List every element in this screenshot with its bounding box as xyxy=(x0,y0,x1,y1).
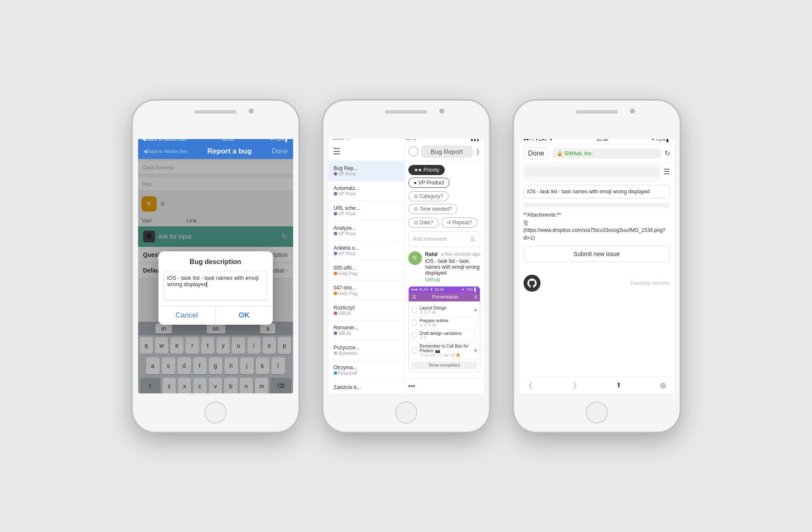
sidebar-item-pozyczce[interactable]: Pożyczce... Sylweste xyxy=(329,340,405,360)
issue-body-line3: (https://www.dropbox.com/s/a75tcu33voog3… xyxy=(524,226,670,242)
comment-list-icon: ☰ xyxy=(470,236,476,242)
task-4-content: Remember to Call Ben for Photos! 📷 ⏱ 15 … xyxy=(420,344,471,357)
priority-tag[interactable]: ★ ★ Priority xyxy=(408,165,445,175)
bug-report-header: Bug Report ❯ xyxy=(405,142,484,162)
activity-item: R Rafał a few seconds ago iOS - task lis… xyxy=(408,251,480,283)
thumb-info-icon: ℹ xyxy=(475,294,477,300)
thumb-header: ☰ Presentation ℹ xyxy=(409,292,480,301)
phone-1-top xyxy=(133,101,298,139)
ok-button[interactable]: OK xyxy=(216,306,273,325)
bottom-dots: ••• xyxy=(405,379,484,393)
done-button[interactable]: Done xyxy=(272,148,288,155)
time-needed-tag[interactable]: ⊙ Time needed? xyxy=(408,204,457,214)
activity-time: a few seconds ago xyxy=(441,251,480,257)
phone3-done-button[interactable]: Done xyxy=(524,148,549,159)
issue-body: **Attachments:** ![] (https://www.dropbo… xyxy=(524,211,670,242)
date-icon: ⊙ xyxy=(414,220,418,226)
date-label: Date? xyxy=(420,220,433,226)
chevron-right-icon: ❯ xyxy=(475,148,480,155)
thumb-status-right: ✦ 72% ▌ xyxy=(461,287,477,292)
phone-1-bottom xyxy=(133,393,298,432)
speaker-2 xyxy=(385,110,427,114)
blurred-url xyxy=(524,166,660,178)
compass-icon[interactable]: ◎ xyxy=(660,381,666,389)
page-title: Report a bug xyxy=(208,147,252,156)
show-completed-button[interactable]: Show completed xyxy=(411,361,477,369)
sidebar-item-url[interactable]: URL sche... VP Prod xyxy=(329,201,405,221)
task-2-circle xyxy=(411,320,417,326)
home-button-2[interactable] xyxy=(395,401,417,423)
sidebar-item-005[interactable]: 005-affil... Help Pag xyxy=(329,261,405,281)
task-4-circle xyxy=(411,348,417,354)
issue-title-field[interactable]: iOS - task list - task names with emoji … xyxy=(524,185,670,198)
issue-title-text: iOS - task list - task names with emoji … xyxy=(527,189,650,195)
priority-label: ★ Priority xyxy=(418,167,440,173)
hamburger-icon[interactable]: ☰ xyxy=(663,167,670,176)
comment-box[interactable]: Add comment ☰ xyxy=(408,231,480,247)
back-button[interactable]: ◀ Back to Nozbe Dev xyxy=(143,148,188,154)
phone-1: ◀ Back to Nozbe Dev 18:36 ✦ 71% ▌ ◀ Back… xyxy=(133,101,298,432)
repeat-tag[interactable]: ↺ Repeat? xyxy=(441,217,477,228)
phone3-footer: ❮ ❯ ⬆ ◎ xyxy=(524,376,669,393)
category-icon: ⊙ xyxy=(414,193,418,199)
camera-2 xyxy=(439,109,444,114)
activity-text: iOS - task list - task names with emoji … xyxy=(425,258,480,276)
task-circle[interactable] xyxy=(408,146,418,156)
repeat-icon: ↺ xyxy=(447,220,451,226)
bug-report-body: ★ ★ Priority ● VP Product ⊙ Category? xyxy=(405,162,484,379)
blurred-divider xyxy=(524,203,670,208)
sidebar-item-remaner[interactable]: Remaner... SBLW xyxy=(329,320,405,340)
category-tag[interactable]: ⊙ Category? xyxy=(408,191,449,201)
dialog-title: Bug description xyxy=(158,251,273,269)
task-1-star: ★ xyxy=(474,308,477,312)
thumb-status-left: ●●● PLAY ▼ 18:34 xyxy=(411,287,444,292)
task-3-content: Draft design variations ⊙ 3 xyxy=(420,331,471,340)
phone-2-screen: ●●●●● ▼ 09:41 ▌▌▌ ☰ Bug Rep... VP Prod A… xyxy=(329,135,484,393)
refresh-icon[interactable]: ↻ xyxy=(665,149,670,157)
sidebar-item-ankieta[interactable]: Ankieta o... VP Prod xyxy=(329,241,405,261)
task-1-content: Layout Design ⊙ 2 ⏱ 8h xyxy=(420,306,471,315)
phone-3-bottom xyxy=(514,393,679,432)
sidebar-item-automatz[interactable]: Automatz... VP Prod xyxy=(329,181,405,201)
sidebar-item-zalozcie[interactable]: Załóżcie b... xyxy=(329,380,405,393)
issue-body-line1: **Attachments:** xyxy=(524,211,670,219)
thumb-task-1: Layout Design ⊙ 2 ⏱ 8h ★ xyxy=(411,304,477,317)
thumb-status-bar: ●●● PLAY ▼ 18:34 ✦ 72% ▌ xyxy=(409,287,480,292)
forward-button-footer[interactable]: ❯ xyxy=(572,381,577,389)
bug-description-dialog: Bug description iOS - task list - task n… xyxy=(158,251,273,325)
sidebar-item-otrzyma[interactable]: Otrzyma... FinanceF xyxy=(329,360,405,380)
phone3-addr-bar: ☰ xyxy=(519,163,674,181)
menu-icon[interactable]: ☰ xyxy=(333,146,341,156)
home-button[interactable] xyxy=(205,401,227,423)
sidebar-header: ☰ xyxy=(329,142,405,161)
sidebar-item-analyze[interactable]: Analyze... VP Prod xyxy=(329,221,405,241)
task-3-circle xyxy=(411,332,417,338)
share-button[interactable]: ⬆ xyxy=(616,381,621,389)
thumb-menu-icon: ☰ xyxy=(412,294,416,300)
time-icon: ⊙ xyxy=(414,206,418,212)
camera xyxy=(249,109,254,114)
task-2-star: ☆ xyxy=(474,320,477,325)
date-tag[interactable]: ⊙ Date? xyxy=(408,217,439,228)
desktop-version-link[interactable]: Desktop version xyxy=(630,280,670,286)
vp-product-tag[interactable]: ● VP Product xyxy=(408,178,450,188)
phone-3-top xyxy=(514,101,679,139)
submit-issue-button[interactable]: Submit new issue xyxy=(524,246,670,262)
home-button-3[interactable] xyxy=(586,401,608,423)
sidebar-item-rozliczyc[interactable]: Rozliczyć SBLW xyxy=(329,301,405,320)
activity-link[interactable]: Github xyxy=(425,277,480,283)
activity-header: Rafał a few seconds ago xyxy=(425,251,480,257)
sidebar-item-bug-rep[interactable]: Bug Rep... VP Prod xyxy=(329,161,405,181)
more-icon[interactable]: ••• xyxy=(408,382,416,390)
thumb-task-4: Remember to Call Ben for Photos! 📷 ⏱ 15 … xyxy=(411,342,477,359)
phone-3-screen: ●●○○ PLAY ▼ 18:38 ✦ 71% ▌ Done 🔒 GitHub,… xyxy=(519,135,674,393)
back-button-footer[interactable]: ❮ xyxy=(528,381,533,389)
dialog-input[interactable]: iOS - task list - task names with emoji … xyxy=(164,271,268,301)
activity-content: Rafał a few seconds ago iOS - task list … xyxy=(425,251,480,283)
comment-placeholder: Add comment xyxy=(413,236,447,242)
cancel-button[interactable]: Cancel xyxy=(158,306,216,325)
phone-2-bottom xyxy=(324,393,489,432)
sidebar-item-047[interactable]: 047-sho... Help Pag xyxy=(329,281,405,301)
thumb-task-3: Draft design variations ⊙ 3 ☆ xyxy=(411,329,477,342)
speaker xyxy=(194,110,237,114)
